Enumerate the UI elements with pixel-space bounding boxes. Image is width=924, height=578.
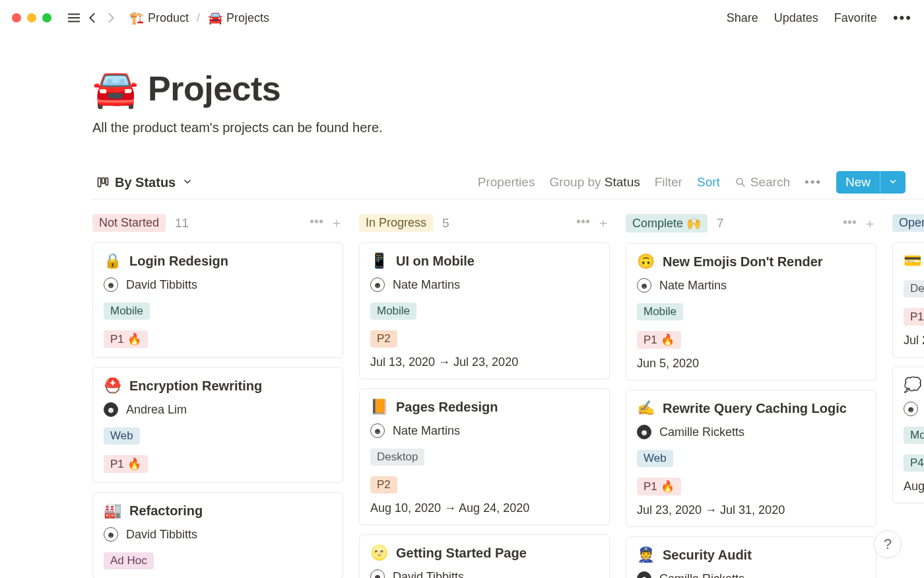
- card-title: Pages Redesign: [396, 400, 498, 415]
- card-tag-row: P1 🔥: [104, 451, 332, 473]
- chevron-down-icon: [888, 177, 898, 186]
- new-button[interactable]: New: [836, 171, 880, 194]
- share-button[interactable]: Share: [727, 11, 758, 25]
- arrow-right-icon: [104, 11, 118, 25]
- properties-button[interactable]: Properties: [478, 175, 535, 190]
- card-tag: Mobile: [104, 303, 150, 320]
- sort-button[interactable]: Sort: [697, 175, 720, 190]
- card-tag-row: P4: [904, 451, 924, 472]
- window-close-button[interactable]: [12, 13, 21, 22]
- chevron-down-icon: [182, 175, 193, 190]
- card-title-row: 💭C: [904, 377, 924, 394]
- card-title-row: 💳P: [904, 252, 924, 270]
- column-actions: •••＋: [310, 214, 343, 232]
- page-emoji-icon[interactable]: 🚘: [92, 70, 139, 107]
- avatar-icon: ☻: [370, 569, 385, 578]
- column-add-button[interactable]: ＋: [330, 214, 343, 232]
- card-tag: Mobile: [370, 303, 416, 320]
- assignee-name: David Tibbitts: [126, 278, 197, 292]
- card-assignee: ☻S: [904, 402, 924, 416]
- column-add-button[interactable]: ＋: [597, 214, 610, 232]
- card-emoji-icon: 🔒: [104, 252, 121, 270]
- nav-forward-button[interactable]: [102, 9, 120, 27]
- board-card[interactable]: 💭C☻SMoP4Aug: [892, 367, 924, 503]
- board-card[interactable]: 📙Pages Redesign☻Nate MartinsDesktopP2Aug…: [359, 388, 610, 525]
- board-card[interactable]: 🔒Login Redesign☻David TibbittsMobileP1 🔥: [92, 242, 343, 358]
- card-tag-row: P1 🔥: [637, 327, 865, 349]
- card-title: Rewrite Query Caching Logic: [663, 401, 847, 416]
- card-assignee: ☻Nate Martins: [637, 278, 865, 293]
- updates-button[interactable]: Updates: [774, 11, 818, 25]
- column-more-button[interactable]: •••: [843, 215, 857, 233]
- assignee-name: Andrea Lim: [126, 403, 187, 417]
- status-pill[interactable]: Not Started: [92, 214, 166, 232]
- assignee-name: David Tibbitts: [126, 528, 197, 542]
- search-icon: [735, 176, 746, 188]
- more-menu-button[interactable]: •••: [893, 9, 912, 26]
- card-tag: Ad Hoc: [104, 552, 154, 569]
- column-count: 5: [442, 216, 449, 231]
- page-content: 🚘 Projects All the product team's projec…: [0, 36, 924, 578]
- search-label: Search: [750, 175, 790, 190]
- breadcrumb: 🏗️ Product / 🚘 Projects: [127, 9, 272, 26]
- card-title: Refactoring: [129, 503, 203, 519]
- breadcrumb-label: Projects: [226, 11, 269, 25]
- board-card[interactable]: 👮Security Audit☻Camille Ricketts: [626, 536, 876, 578]
- breadcrumb-item-projects[interactable]: 🚘 Projects: [205, 9, 272, 26]
- card-tag: P1 🔥: [904, 308, 924, 326]
- card-tag: P4: [904, 454, 924, 472]
- card-date: Jul 2: [904, 334, 924, 347]
- card-assignee: ☻David Tibbitts: [370, 569, 599, 578]
- nav-back-button[interactable]: [83, 9, 102, 27]
- column-add-button[interactable]: ＋: [863, 215, 876, 233]
- column-count: 11: [175, 216, 189, 231]
- card-tag-row: Desktop: [370, 445, 599, 466]
- avatar-icon: ☻: [637, 571, 651, 578]
- board-card[interactable]: ✍️Rewrite Query Caching Logic☻Camille Ri…: [626, 390, 876, 527]
- page-title[interactable]: Projects: [148, 69, 280, 108]
- board-card[interactable]: 🌝Getting Started Page☻David Tibbitts: [359, 534, 610, 578]
- view-picker-button[interactable]: By Status: [92, 172, 197, 193]
- group-by-button[interactable]: Group by Status: [549, 175, 640, 190]
- page-description[interactable]: All the product team's projects can be f…: [92, 120, 924, 135]
- card-title: UI on Mobile: [396, 254, 475, 269]
- card-tag: Des: [904, 280, 924, 297]
- card-tag-row: Mobile: [370, 299, 599, 320]
- card-tag-row: P2: [370, 472, 599, 493]
- column-header: Not Started11•••＋: [92, 214, 343, 232]
- board-column: Not Started11•••＋🔒Login Redesign☻David T…: [92, 214, 343, 578]
- window-minimize-button[interactable]: [27, 13, 36, 22]
- breadcrumb-label: Product: [148, 11, 189, 25]
- search-button[interactable]: Search: [735, 175, 790, 190]
- card-tag-row: Mobile: [637, 299, 865, 320]
- status-pill[interactable]: Open: [892, 214, 924, 232]
- help-button[interactable]: ?: [874, 530, 902, 558]
- board-icon: [96, 176, 110, 189]
- board-card[interactable]: 📱UI on Mobile☻Nate MartinsMobileP2Jul 13…: [359, 242, 610, 379]
- card-tag: Mobile: [637, 303, 683, 320]
- filter-button[interactable]: Filter: [655, 175, 682, 190]
- status-pill[interactable]: In Progress: [359, 214, 433, 232]
- favorite-button[interactable]: Favorite: [834, 11, 877, 25]
- avatar-icon: ☻: [104, 402, 118, 417]
- card-title-row: ✍️Rewrite Query Caching Logic: [637, 400, 865, 417]
- card-date: Aug 10, 2020 → Aug 24, 2020: [370, 501, 599, 515]
- new-dropdown-button[interactable]: [880, 171, 906, 194]
- card-emoji-icon: 💳: [904, 252, 921, 270]
- card-tag-row: Web: [637, 446, 865, 467]
- board-column: In Progress5•••＋📱UI on Mobile☻Nate Marti…: [359, 214, 610, 578]
- breadcrumb-item-product[interactable]: 🏗️ Product: [127, 9, 191, 26]
- card-assignee: ☻Andrea Lim: [104, 402, 332, 417]
- card-emoji-icon: 📱: [370, 252, 388, 270]
- board-card[interactable]: 💳PDesP1 🔥Jul 2: [892, 242, 924, 357]
- board-card[interactable]: ⛑️Encryption Rewriting☻Andrea LimWebP1 🔥: [92, 367, 343, 483]
- window-maximize-button[interactable]: [42, 13, 51, 22]
- board-card[interactable]: 🙃New Emojis Don't Render☻Nate MartinsMob…: [626, 243, 876, 380]
- status-pill[interactable]: Complete 🙌: [626, 214, 708, 233]
- column-more-button[interactable]: •••: [310, 214, 323, 232]
- card-tag-row: Mobile: [104, 299, 332, 320]
- view-more-button[interactable]: •••: [805, 175, 822, 190]
- board-card[interactable]: 🏭Refactoring☻David TibbittsAd Hoc: [92, 492, 343, 578]
- sidebar-toggle-button[interactable]: [65, 9, 83, 27]
- column-more-button[interactable]: •••: [576, 214, 590, 232]
